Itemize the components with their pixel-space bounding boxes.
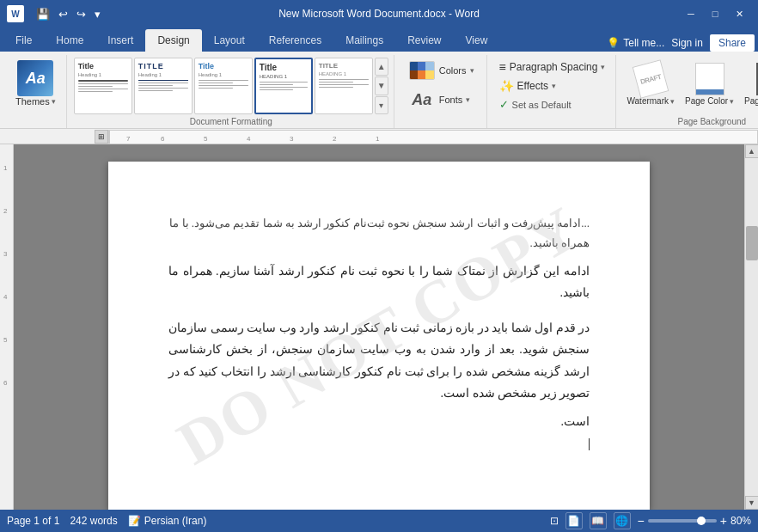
paragraph-spacing-button[interactable]: ≡ Paragraph Spacing ▾ — [494, 58, 611, 76]
colors-icon — [408, 59, 436, 82]
scroll-thumb[interactable] — [746, 226, 758, 260]
tab-references[interactable]: References — [257, 29, 333, 52]
watermark-icon: DRAFT — [635, 62, 666, 96]
scroll-down-button[interactable]: ▼ — [745, 496, 759, 510]
proofing-icon: 📝 — [128, 515, 141, 527]
themes-label: Themes — [15, 96, 50, 107]
check-icon: ✓ — [499, 98, 509, 111]
collapse-button[interactable]: ⊡ — [550, 515, 559, 527]
read-mode-button[interactable]: 📖 — [590, 512, 607, 529]
fonts-label: Fonts — [439, 95, 463, 105]
word-icon: W — [7, 5, 24, 22]
scroll-track[interactable] — [745, 158, 759, 496]
ruler-toggle[interactable]: ⊞ — [95, 130, 108, 144]
format-thumb-4[interactable]: Title HEADING 1 — [254, 58, 313, 114]
colors-button[interactable]: Colors ▾ — [401, 57, 481, 84]
paragraph3: است. — [168, 411, 590, 432]
svg-text:7: 7 — [126, 135, 131, 143]
format-thumb-1[interactable]: Title Heading 1 — [74, 58, 132, 114]
effects-button[interactable]: ✨ Effects ▾ — [494, 77, 561, 95]
thumb3-title: Title — [199, 62, 248, 70]
undo-button[interactable]: ↩ — [55, 6, 71, 22]
collapse-icon: ⊡ — [550, 515, 559, 527]
zoom-slider[interactable] — [648, 519, 717, 523]
themes-content: Aa Themes ▾ — [10, 57, 61, 126]
save-button[interactable]: 💾 — [33, 6, 53, 22]
page-color-button[interactable]: Page Color ▾ — [682, 60, 737, 107]
web-layout-icon: 🌐 — [615, 515, 628, 527]
zoom-in-button[interactable]: + — [720, 514, 727, 528]
tell-me-box[interactable]: 💡 Tell me... — [607, 37, 664, 49]
svg-text:3: 3 — [290, 135, 294, 143]
main-area: 1 2 3 4 5 6 DO NOT COPY ...ادامه پیش‌رفت… — [0, 144, 758, 510]
format-thumb-3[interactable]: Title Heading 1 — [194, 58, 253, 114]
page-borders-icon — [755, 62, 758, 96]
paragraph-effects-group: ≡ Paragraph Spacing ▾ ✨ Effects ▾ ✓ Set … — [489, 55, 617, 128]
ribbon-tabs: File Home Insert Design Layout Reference… — [0, 28, 758, 52]
svg-text:1: 1 — [3, 164, 8, 172]
zoom-level: 80% — [730, 515, 751, 527]
tab-review[interactable]: Review — [395, 29, 453, 52]
document-canvas: DO NOT COPY ...ادامه پیش‌رفت و اثبات ارش… — [14, 144, 744, 510]
page-borders-label: Page Borders — [744, 96, 758, 106]
vertical-ruler-svg: 1 2 3 4 5 6 — [0, 144, 14, 510]
share-button[interactable]: Share — [710, 34, 755, 52]
scroll-up-button[interactable]: ▲ — [375, 58, 388, 76]
lightbulb-icon: 💡 — [607, 37, 620, 49]
watermark-button[interactable]: DRAFT Watermark ▾ — [623, 60, 678, 107]
title-bar-left: W 💾 ↩ ↪ ▾ — [7, 5, 104, 22]
paragraph1: ادامه این گزارش از نمتاک شما را با نحوه … — [168, 260, 590, 303]
svg-text:6: 6 — [3, 379, 8, 387]
document-formatting-label: Document Formatting — [190, 117, 272, 126]
svg-text:4: 4 — [3, 293, 8, 301]
language-indicator[interactable]: 📝 Persian (Iran) — [128, 515, 207, 527]
page-color-label: Page Color — [685, 96, 728, 106]
page-borders-button[interactable]: Page Borders — [741, 60, 758, 107]
tab-home[interactable]: Home — [44, 29, 95, 52]
watermark-arrow: ▾ — [670, 97, 675, 106]
word-count[interactable]: 242 words — [70, 515, 117, 527]
minimize-button[interactable]: ─ — [679, 2, 703, 26]
document-formatting-group: Title Heading 1 TITLE Heading 1 Title He… — [69, 55, 394, 128]
format-thumb-5[interactable]: TITLE HEADING 1 — [315, 58, 373, 114]
svg-text:1: 1 — [376, 135, 380, 143]
scroll-down-button[interactable]: ▼ — [375, 76, 388, 95]
page-color-icon — [694, 62, 725, 96]
zoom-out-button[interactable]: − — [638, 514, 645, 528]
tab-file[interactable]: File — [3, 29, 44, 52]
paragraph2: در قدم اول شما باید در بازه زمانی ثبت نا… — [168, 317, 590, 404]
svg-text:5: 5 — [204, 135, 208, 143]
window-title: New Microsoft Word Document.docx - Word — [278, 8, 480, 20]
tab-insert[interactable]: Insert — [95, 29, 145, 52]
themes-group: Aa Themes ▾ — [5, 55, 67, 128]
format-thumb-2[interactable]: TITLE Heading 1 — [134, 58, 193, 114]
sign-in-button[interactable]: Sign in — [671, 37, 703, 49]
vertical-ruler: 1 2 3 4 5 6 — [0, 144, 14, 510]
svg-text:5: 5 — [3, 336, 8, 344]
close-button[interactable]: ✕ — [727, 2, 751, 26]
paragraph-effects-content: ≡ Paragraph Spacing ▾ ✨ Effects ▾ ✓ Set … — [494, 57, 611, 126]
ribbon-content: Aa Themes ▾ Title Heading 1 TITLE — [0, 52, 758, 129]
scroll-up-button[interactable]: ▲ — [745, 144, 759, 158]
more-formats-button[interactable]: ▾ — [375, 96, 388, 114]
status-right: ⊡ 📄 📖 🌐 − + 80% — [550, 512, 751, 529]
effects-label: Effects — [517, 80, 548, 92]
redo-button[interactable]: ↪ — [73, 6, 89, 22]
tab-design[interactable]: Design — [145, 29, 201, 52]
set-as-default-button[interactable]: ✓ Set as Default — [494, 96, 577, 113]
customize-qa-button[interactable]: ▾ — [91, 6, 104, 22]
window-controls: ─ □ ✕ — [679, 2, 751, 26]
ribbon-right: 💡 Tell me... Sign in Share — [607, 34, 755, 52]
fonts-button[interactable]: Aa Fonts ▾ — [401, 86, 478, 113]
ruler-svg: 7 6 5 4 3 2 1 — [109, 131, 757, 144]
page-count: Page 1 of 1 — [7, 515, 59, 527]
tab-view[interactable]: View — [454, 29, 500, 52]
print-layout-button[interactable]: 📄 — [565, 512, 583, 529]
web-layout-button[interactable]: 🌐 — [614, 512, 631, 529]
document-page[interactable]: DO NOT COPY ...ادامه پیش‌رفت و اثبات ارش… — [108, 162, 650, 510]
page-indicator[interactable]: Page 1 of 1 — [7, 515, 59, 527]
themes-button[interactable]: Aa Themes ▾ — [10, 57, 61, 110]
tab-layout[interactable]: Layout — [202, 29, 257, 52]
tab-mailings[interactable]: Mailings — [333, 29, 395, 52]
maximize-button[interactable]: □ — [703, 2, 727, 26]
